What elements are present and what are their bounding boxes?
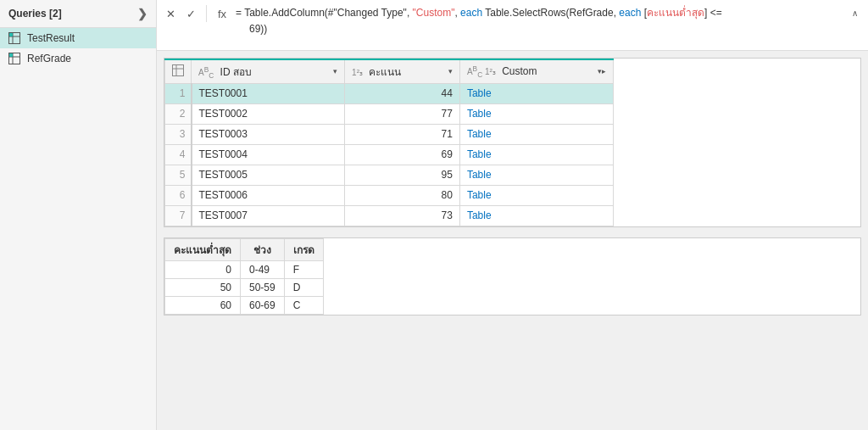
ref-grade-cell: C bbox=[284, 296, 323, 314]
row-number: 1 bbox=[165, 83, 192, 103]
table-row: 5 TEST0005 95 Table bbox=[165, 165, 614, 185]
custom-col-filter-icon[interactable]: ▾▸ bbox=[598, 67, 606, 75]
id-cell: TEST0001 bbox=[192, 83, 345, 103]
formula-part1: = Table.AddColumn(#"Changed Type", "Cust… bbox=[236, 7, 722, 19]
row-number: 4 bbox=[165, 144, 192, 165]
svg-rect-3 bbox=[9, 33, 13, 36]
id-cell: TEST0006 bbox=[192, 185, 345, 205]
table-row: 6 TEST0006 80 Table bbox=[165, 185, 614, 205]
table-icon-refgrade bbox=[8, 53, 22, 64]
sidebar-header: Queries [2] ❯ bbox=[0, 0, 156, 28]
cancel-button[interactable]: ✕ bbox=[162, 5, 179, 22]
svg-rect-8 bbox=[173, 64, 184, 75]
sidebar-item-testresult-label: TestResult bbox=[27, 32, 75, 44]
sidebar-item-testresult[interactable]: TestResult bbox=[0, 28, 156, 48]
score-cell: 77 bbox=[345, 103, 460, 124]
main-area: ✕ ✓ fx = Table.AddColumn(#"Changed Type"… bbox=[157, 0, 868, 430]
main-table: ABC ID สอบ ▾ 1²₃ คะแนน ▾ bbox=[164, 59, 614, 226]
id-cell: TEST0004 bbox=[192, 144, 345, 165]
main-table-wrapper: ABC ID สอบ ▾ 1²₃ คะแนน ▾ bbox=[164, 58, 861, 227]
svg-rect-7 bbox=[9, 53, 13, 57]
custom-cell: Table bbox=[459, 185, 613, 205]
formula-bar-buttons: ✕ ✓ fx bbox=[162, 3, 231, 22]
custom-cell: Table bbox=[459, 124, 613, 144]
ref-range-cell: 0-49 bbox=[241, 260, 285, 278]
ref-min-cell: 50 bbox=[165, 278, 241, 296]
table-row: 2 TEST0002 77 Table bbox=[165, 103, 614, 124]
custom-cell: Table bbox=[459, 144, 613, 165]
row-number: 3 bbox=[165, 124, 192, 144]
sidebar-item-refgrade[interactable]: RefGrade bbox=[0, 48, 156, 69]
sidebar-title: Queries [2] bbox=[8, 8, 62, 20]
id-cell: TEST0003 bbox=[192, 124, 345, 144]
score-cell: 80 bbox=[345, 185, 460, 205]
formula-expand-button[interactable]: ∧ bbox=[846, 3, 863, 20]
ref-col-header: คะแนนต่ำสุด bbox=[165, 238, 241, 260]
ref-table-row: 0 0-49 F bbox=[165, 260, 324, 278]
table-row: 3 TEST0003 71 Table bbox=[165, 124, 614, 144]
score-cell: 73 bbox=[345, 205, 460, 226]
formula-part2: 69)) bbox=[236, 23, 267, 35]
ref-min-cell: 0 bbox=[165, 260, 241, 278]
score-col-header[interactable]: 1²₃ คะแนน ▾ bbox=[345, 59, 460, 83]
row-number: 5 bbox=[165, 165, 192, 185]
table-icon bbox=[8, 32, 22, 44]
table-row: 7 TEST0007 73 Table bbox=[165, 205, 614, 226]
ref-table: คะแนนต่ำสุดช่วงเกรด 0 0-49 F 50 50-59 D … bbox=[164, 238, 324, 315]
sidebar-collapse-button[interactable]: ❯ bbox=[137, 7, 147, 20]
id-cell: TEST0007 bbox=[192, 205, 345, 226]
data-area: ABC ID สอบ ▾ 1²₃ คะแนน ▾ bbox=[157, 51, 868, 430]
formula-content[interactable]: = Table.AddColumn(#"Changed Type", "Cust… bbox=[231, 3, 846, 39]
score-col-filter-icon[interactable]: ▾ bbox=[448, 67, 453, 75]
score-cell: 95 bbox=[345, 165, 460, 185]
ref-range-cell: 50-59 bbox=[241, 278, 285, 296]
formula-divider bbox=[206, 5, 207, 22]
id-col-filter-icon[interactable]: ▾ bbox=[333, 67, 337, 75]
id-cell: TEST0005 bbox=[192, 165, 345, 185]
id-cell: TEST0002 bbox=[192, 103, 345, 124]
table-row: 1 TEST0001 44 Table bbox=[165, 83, 614, 103]
ref-grade-cell: D bbox=[284, 278, 323, 296]
custom-cell: Table bbox=[459, 165, 613, 185]
custom-cell: Table bbox=[459, 83, 613, 103]
ref-table-wrapper: คะแนนต่ำสุดช่วงเกรด 0 0-49 F 50 50-59 D … bbox=[164, 237, 861, 316]
row-number: 7 bbox=[165, 205, 192, 226]
custom-col-header[interactable]: ABC 1²₃ Custom ▾▸ bbox=[459, 59, 613, 83]
row-number: 2 bbox=[165, 103, 192, 124]
custom-cell: Table bbox=[459, 103, 613, 124]
ref-grade-cell: F bbox=[284, 260, 323, 278]
ref-col-header: ช่วง bbox=[241, 238, 285, 260]
row-num-col-header bbox=[165, 59, 192, 83]
ref-min-cell: 60 bbox=[165, 296, 241, 314]
confirm-button[interactable]: ✓ bbox=[182, 5, 199, 22]
ref-table-row: 60 60-69 C bbox=[165, 296, 324, 314]
ref-range-cell: 60-69 bbox=[241, 296, 285, 314]
sidebar: Queries [2] ❯ TestResult RefGrade bbox=[0, 0, 157, 430]
score-cell: 69 bbox=[345, 144, 460, 165]
ref-col-header: เกรด bbox=[284, 238, 323, 260]
id-col-header[interactable]: ABC ID สอบ ▾ bbox=[192, 59, 345, 83]
score-cell: 44 bbox=[345, 83, 460, 103]
table-row: 4 TEST0004 69 Table bbox=[165, 144, 614, 165]
sidebar-item-refgrade-label: RefGrade bbox=[27, 53, 71, 64]
row-number: 6 bbox=[165, 185, 192, 205]
score-cell: 71 bbox=[345, 124, 460, 144]
custom-cell: Table bbox=[459, 205, 613, 226]
fx-button[interactable]: fx bbox=[214, 5, 231, 22]
formula-bar: ✕ ✓ fx = Table.AddColumn(#"Changed Type"… bbox=[157, 0, 868, 51]
ref-table-row: 50 50-59 D bbox=[165, 278, 324, 296]
